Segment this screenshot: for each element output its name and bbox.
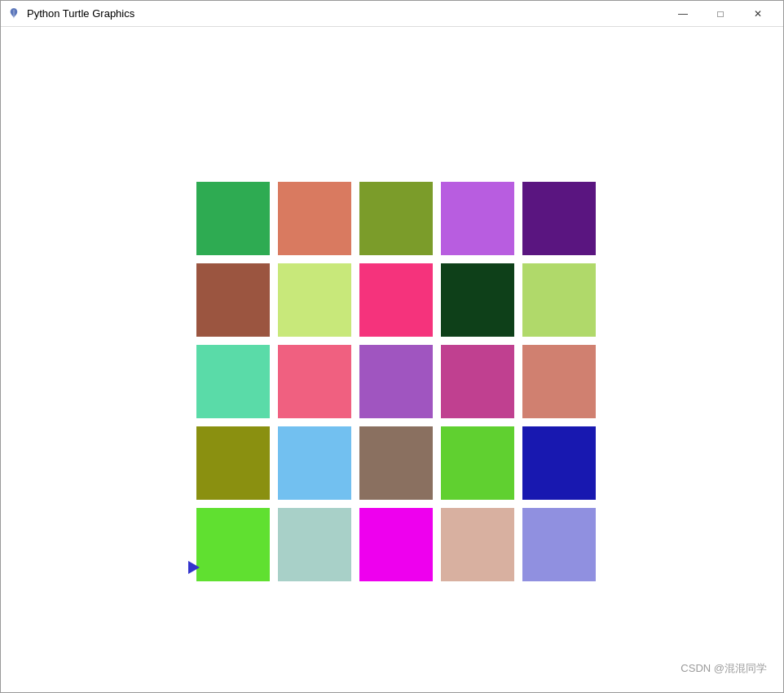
window-title: Python Turtle Graphics	[27, 7, 134, 20]
color-cell	[278, 426, 351, 500]
color-cell	[278, 182, 351, 255]
color-cell	[278, 345, 351, 418]
color-cell	[196, 508, 270, 581]
color-cell	[278, 263, 351, 337]
color-cell	[522, 508, 596, 581]
color-cell	[196, 263, 270, 337]
color-cell	[522, 426, 596, 500]
canvas-area: CSDN @混混同学	[1, 27, 783, 692]
color-cell	[359, 426, 433, 500]
title-bar-controls: — □ ✕	[664, 1, 777, 27]
close-button[interactable]: ✕	[739, 1, 777, 27]
app-icon	[7, 7, 20, 20]
color-cell	[522, 263, 596, 337]
color-cell	[441, 182, 514, 255]
title-bar-left: Python Turtle Graphics	[7, 7, 134, 20]
color-cell	[522, 182, 596, 255]
title-bar: Python Turtle Graphics — □ ✕	[1, 1, 783, 27]
maximize-button[interactable]: □	[702, 1, 739, 27]
color-cell	[359, 508, 433, 581]
color-cell	[196, 182, 270, 255]
color-cell	[359, 182, 433, 255]
color-cell	[441, 263, 514, 337]
color-cell	[441, 426, 514, 500]
color-cell	[441, 345, 514, 418]
minimize-button[interactable]: —	[664, 1, 702, 27]
color-cell	[359, 263, 433, 337]
application-window: Python Turtle Graphics — □ ✕ CSDN @混混同学	[0, 0, 784, 693]
color-cell	[441, 508, 514, 581]
color-cell	[278, 508, 351, 581]
color-grid	[196, 182, 596, 581]
watermark: CSDN @混混同学	[680, 661, 767, 676]
color-cell	[359, 345, 433, 418]
color-cell	[196, 426, 270, 500]
turtle-cursor	[188, 561, 200, 574]
color-cell	[522, 345, 596, 418]
color-cell	[196, 345, 270, 418]
